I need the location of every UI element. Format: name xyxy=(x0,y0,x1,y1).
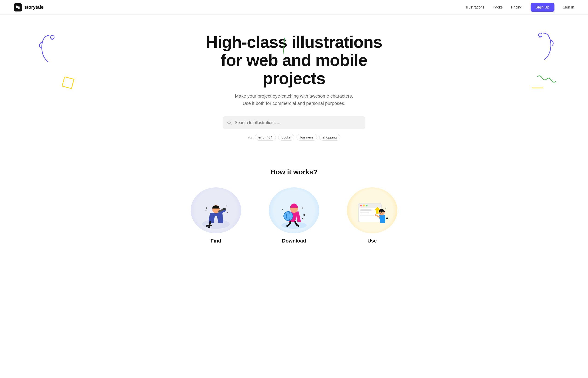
svg-point-23 xyxy=(302,218,303,219)
signup-button[interactable]: Sign Up xyxy=(531,3,554,12)
how-card-download: ✦ ✦ Download xyxy=(262,187,326,244)
svg-point-27 xyxy=(363,205,365,206)
svg-point-26 xyxy=(360,205,362,206)
find-label: Find xyxy=(184,238,248,244)
tag-shopping[interactable]: shopping xyxy=(319,134,340,141)
deco-yellow-square xyxy=(62,77,76,91)
tag-error404[interactable]: error 404 xyxy=(255,134,276,141)
hero-title: High-class illustrations for web and mob… xyxy=(200,33,388,88)
svg-point-22 xyxy=(303,214,305,216)
svg-rect-29 xyxy=(360,209,372,211)
navbar: storytale Illustrations Packs Pricing Si… xyxy=(0,0,588,15)
nav-packs[interactable]: Packs xyxy=(493,5,503,9)
search-tags: eg. error 404 books business shopping xyxy=(9,134,579,141)
svg-point-15 xyxy=(281,222,307,229)
tag-business[interactable]: business xyxy=(297,134,317,141)
use-label: Use xyxy=(340,238,404,244)
tag-books[interactable]: books xyxy=(278,134,294,141)
svg-text:✦: ✦ xyxy=(301,206,304,210)
svg-point-5 xyxy=(228,121,230,124)
how-card-use: ✦ Use xyxy=(340,187,404,244)
hero-subtitle: Make your project eye-catching with awes… xyxy=(9,92,579,107)
logo[interactable]: storytale xyxy=(14,3,43,12)
download-illustration: ✦ ✦ xyxy=(269,187,319,233)
svg-rect-31 xyxy=(360,215,374,216)
svg-rect-30 xyxy=(360,212,369,213)
nav-pricing[interactable]: Pricing xyxy=(511,5,522,9)
how-card-find: ✦ ✦ Find xyxy=(184,187,248,244)
deco-right-arm xyxy=(531,31,556,62)
svg-line-6 xyxy=(230,123,231,125)
how-cards: ✦ ✦ Find xyxy=(9,187,579,244)
svg-point-36 xyxy=(386,217,388,219)
svg-text:✦: ✦ xyxy=(205,208,207,212)
how-section-title: How it works? xyxy=(9,168,579,176)
signin-button[interactable]: Sign In xyxy=(563,5,574,9)
svg-point-12 xyxy=(227,212,228,213)
logo-svg xyxy=(15,5,20,10)
svg-text:✦: ✦ xyxy=(385,207,387,210)
logo-text: storytale xyxy=(24,5,43,10)
svg-point-1 xyxy=(538,33,542,37)
how-it-works-section: How it works? xyxy=(0,154,588,253)
hero-section: High-class illustrations for web and mob… xyxy=(0,15,588,154)
search-input[interactable] xyxy=(223,116,365,129)
logo-icon xyxy=(14,3,22,12)
deco-green-squiggle xyxy=(535,74,558,94)
search-icon xyxy=(227,120,232,125)
svg-point-0 xyxy=(51,35,54,39)
deco-left-arm xyxy=(37,33,62,64)
svg-rect-3 xyxy=(62,77,74,88)
use-illustration: ✦ xyxy=(347,187,397,233)
search-container xyxy=(223,116,365,129)
deco-dash-right xyxy=(532,86,543,90)
download-label: Download xyxy=(262,238,326,244)
svg-text:✦: ✦ xyxy=(281,208,283,211)
find-illustration: ✦ ✦ xyxy=(191,187,241,233)
nav-links: Illustrations Packs Pricing Sign Up Sign… xyxy=(466,3,574,12)
svg-point-28 xyxy=(366,205,368,206)
nav-illustrations[interactable]: Illustrations xyxy=(466,5,484,9)
svg-text:✦: ✦ xyxy=(225,204,227,208)
svg-point-7 xyxy=(202,219,230,229)
tag-eg-label: eg. xyxy=(248,135,253,139)
